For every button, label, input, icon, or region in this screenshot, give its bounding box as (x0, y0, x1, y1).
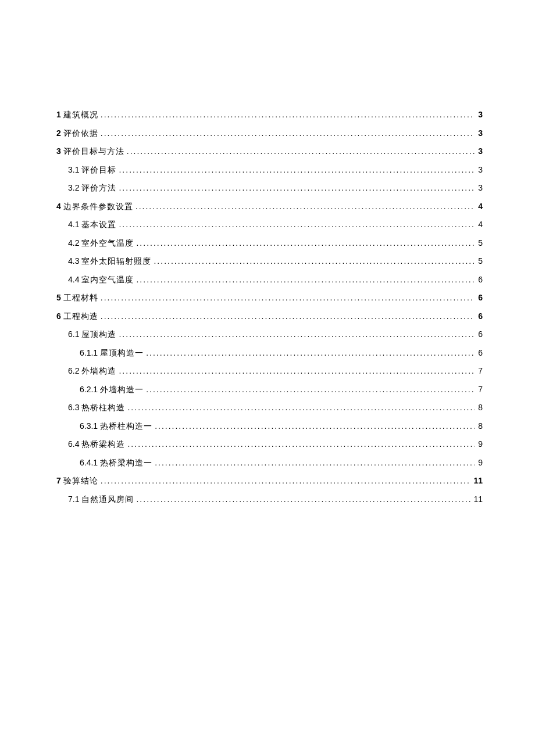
toc-leader-dots (136, 495, 471, 503)
toc-entry-label: 外墙构造一 (100, 386, 144, 394)
toc-entry-number: 3.1 (68, 166, 79, 174)
toc-entry-label: 室外太阳辐射照度 (81, 257, 151, 266)
toc-entry[interactable]: 5工程材料6 (56, 293, 483, 302)
toc-entry-label: 热桥柱构造一 (100, 422, 152, 431)
toc-entry-label: 热桥柱构造 (81, 404, 125, 412)
toc-entry-number: 4 (56, 202, 61, 210)
toc-entry-number: 4.1 (68, 220, 79, 228)
toc-entry-page: 6 (477, 330, 483, 338)
toc-entry-page: 5 (477, 239, 483, 247)
toc-entry-page: 4 (477, 220, 483, 228)
toc-entry-number: 6.1 (68, 330, 79, 338)
toc-entry[interactable]: 6.1.1屋顶构造一6 (56, 349, 483, 357)
toc-leader-dots (136, 239, 475, 247)
toc-entry-label: 验算结论 (63, 477, 98, 485)
toc-leader-dots (127, 147, 475, 155)
toc-entry-page: 3 (477, 110, 483, 119)
toc-entry-page: 7 (477, 367, 483, 375)
toc-entry[interactable]: 4边界条件参数设置4 (56, 202, 483, 211)
toc-entry-label: 室外空气温度 (81, 239, 134, 248)
toc-entry-number: 3 (56, 147, 61, 155)
toc-entry-label: 屋顶构造一 (100, 349, 144, 357)
toc-entry-label: 工程构造 (63, 313, 98, 321)
toc-leader-dots (101, 293, 475, 302)
toc-entry-number: 6.2.1 (80, 385, 98, 393)
toc-entry-label: 边界条件参数设置 (63, 203, 133, 211)
toc-entry[interactable]: 6.2外墙构造7 (56, 367, 483, 375)
toc-entry[interactable]: 6.3热桥柱构造8 (56, 403, 483, 412)
toc-entry-number: 6.3 (68, 403, 79, 411)
toc-entry-page: 6 (477, 312, 483, 320)
toc-entry-page: 6 (477, 349, 483, 357)
toc-entry-page: 8 (477, 422, 483, 430)
toc-leader-dots (127, 403, 475, 411)
toc-entry-page: 6 (477, 275, 483, 284)
toc-entry-label: 评价目标与方法 (63, 148, 124, 156)
toc-entry-number: 4.3 (68, 257, 79, 265)
toc-leader-dots (155, 422, 475, 430)
toc-entry-page: 3 (477, 147, 483, 155)
toc-entry-number: 5 (56, 293, 61, 302)
toc-entry-page: 9 (477, 440, 483, 448)
toc-entry-page: 9 (477, 458, 483, 467)
toc-entry-page: 3 (477, 166, 483, 174)
toc-entry-label: 外墙构造 (81, 367, 116, 375)
toc-entry-label: 基本设置 (81, 221, 116, 229)
toc-entry[interactable]: 3评价目标与方法3 (56, 147, 483, 156)
toc-entry-number: 6.4 (68, 440, 79, 448)
toc-entry-label: 评价目标 (81, 166, 116, 174)
toc-leader-dots (119, 166, 475, 174)
toc-entry[interactable]: 7.1自然通风房间11 (56, 495, 483, 504)
toc-entry-number: 6.3.1 (80, 422, 98, 430)
toc-entry-number: 2 (56, 129, 61, 137)
toc-entry[interactable]: 1建筑概况3 (56, 110, 483, 119)
toc-entry-label: 热桥梁构造 (81, 440, 125, 449)
toc-entry[interactable]: 6工程构造6 (56, 312, 483, 321)
toc-entry-label: 评价方法 (81, 184, 116, 192)
toc-entry[interactable]: 6.4.1热桥梁构造一9 (56, 458, 483, 467)
toc-entry-page: 11 (473, 476, 483, 485)
toc-entry[interactable]: 4.1基本设置4 (56, 220, 483, 229)
toc-leader-dots (154, 257, 475, 265)
toc-entry[interactable]: 4.2室外空气温度5 (56, 239, 483, 248)
toc-entry-number: 7 (56, 476, 61, 485)
toc-entry-number: 4.2 (68, 239, 79, 247)
toc-entry[interactable]: 6.1屋顶构造6 (56, 330, 483, 339)
toc-leader-dots (101, 110, 475, 119)
toc-entry[interactable]: 6.3.1热桥柱构造一8 (56, 422, 483, 431)
toc-entry[interactable]: 4.3室外太阳辐射照度5 (56, 257, 483, 266)
toc-leader-dots (119, 220, 475, 228)
toc-entry-label: 评价依据 (63, 130, 98, 138)
toc-entry-label: 热桥梁构造一 (100, 459, 152, 467)
toc-entry-number: 6.2 (68, 367, 79, 375)
toc-entry-label: 室内空气温度 (81, 276, 134, 284)
toc-entry-number: 7.1 (68, 495, 79, 503)
toc-entry-page: 5 (477, 257, 483, 265)
toc-leader-dots (155, 458, 475, 467)
toc-entry-number: 3.2 (68, 184, 79, 192)
toc-entry[interactable]: 4.4室内空气温度6 (56, 275, 483, 284)
toc-leader-dots (119, 367, 475, 375)
toc-entry-label: 建筑概况 (63, 111, 98, 119)
toc-entry[interactable]: 2评价依据3 (56, 129, 483, 138)
toc-entry[interactable]: 3.1评价目标3 (56, 166, 483, 174)
toc-entry[interactable]: 3.2评价方法3 (56, 184, 483, 192)
toc-entry[interactable]: 6.4热桥梁构造9 (56, 440, 483, 449)
toc-entry-page: 4 (477, 202, 483, 210)
toc-entry[interactable]: 6.2.1外墙构造一7 (56, 385, 483, 394)
toc-leader-dots (101, 312, 475, 320)
toc-leader-dots (135, 202, 475, 210)
toc-entry-page: 8 (477, 403, 483, 411)
toc-entry-page: 11 (473, 495, 483, 503)
toc-entry-label: 自然通风房间 (81, 496, 134, 504)
toc-entry[interactable]: 7验算结论11 (56, 476, 483, 485)
toc-leader-dots (146, 349, 475, 357)
toc-entry-label: 工程材料 (63, 294, 98, 302)
toc-entry-page: 3 (477, 184, 483, 192)
toc-entry-label: 屋顶构造 (81, 331, 116, 339)
table-of-contents: 1建筑概况32评价依据33评价目标与方法33.1评价目标33.2评价方法34边界… (56, 110, 483, 504)
toc-leader-dots (127, 440, 475, 448)
toc-leader-dots (119, 184, 475, 192)
toc-entry-number: 6 (56, 312, 61, 320)
toc-leader-dots (136, 275, 475, 284)
